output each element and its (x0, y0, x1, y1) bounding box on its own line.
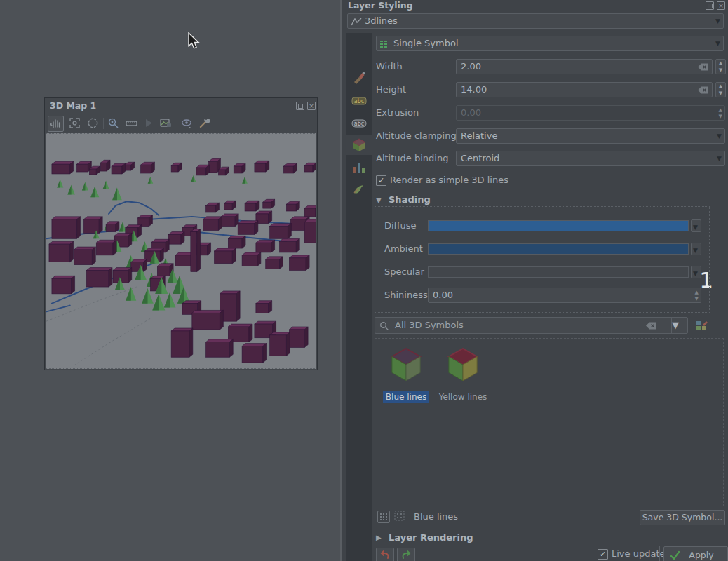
altitude-clamping-value: Relative (461, 130, 497, 141)
tab-labels[interactable]: abc (351, 93, 367, 109)
on-screen-notification-icon[interactable] (86, 116, 102, 132)
toolbar-separator (177, 118, 177, 129)
close-panel-icon[interactable]: × (717, 1, 725, 10)
symbol-search-box[interactable]: All 3D Symbols ▼ (375, 317, 688, 334)
map-window-title: 3D Map 1 (50, 98, 96, 114)
single-symbol-icon (379, 39, 390, 49)
chevron-down-icon: ▼ (693, 269, 698, 278)
panel-title: Layer Styling (348, 0, 413, 13)
simple-3d-lines-checkbox[interactable]: ✓ (376, 175, 386, 186)
extrusion-spinner[interactable]: ▲▼ (719, 107, 722, 120)
symbol-library-grid-icon[interactable] (377, 511, 390, 523)
camera-control-icon[interactable] (48, 116, 64, 132)
width-input[interactable]: 2.00 (456, 59, 713, 74)
float-panel-icon[interactable] (706, 1, 714, 10)
camera-effects-icon[interactable] (180, 116, 196, 132)
collapse-triangle-icon[interactable]: ▼ (376, 196, 382, 204)
shininess-label: Shininess (384, 288, 428, 303)
save-as-image-icon[interactable] (159, 116, 175, 132)
chevron-down-icon: ▼ (715, 39, 720, 48)
measurement-line-icon[interactable] (124, 116, 140, 132)
height-label: Height (376, 82, 406, 97)
altitude-binding-label: Altitude binding (376, 151, 448, 166)
animations-icon[interactable] (141, 116, 157, 132)
styling-tab-strip: abc abc (346, 33, 372, 561)
symbol-search-value: All 3D Symbols (395, 318, 464, 333)
width-value: 2.00 (461, 61, 481, 72)
map-window: 3D Map 1 × (44, 97, 318, 370)
svg-text:abc: abc (354, 121, 364, 127)
apply-button-label: Apply (689, 550, 713, 560)
layer-selector[interactable]: 3dlines ▼ (347, 13, 724, 29)
3d-cube-symbol-icon (390, 346, 422, 383)
undo-button[interactable] (376, 548, 394, 561)
toolbar-separator (103, 118, 104, 129)
symbol-item-blue-lines[interactable]: Blue lines (382, 345, 431, 405)
renderer-combo[interactable]: Single Symbol ▼ (376, 36, 724, 51)
float-window-icon[interactable] (296, 102, 304, 110)
renderer-combo-value: Single Symbol (393, 36, 459, 50)
zoom-full-icon[interactable] (67, 116, 83, 132)
current-symbol-name: Blue lines (414, 509, 458, 525)
ambient-color-menu-button[interactable]: ▼ (691, 243, 701, 255)
altitude-clamping-combo[interactable]: Relative ▼ (456, 128, 725, 144)
layer-rendering-section-title[interactable]: Layer Rendering (389, 530, 473, 546)
simple-3d-lines-label: Render as simple 3D lines (390, 173, 508, 188)
layer-styling-panel: Layer Styling × 3dlines ▼ abc abc (342, 0, 728, 561)
chevron-down-icon: ▼ (672, 320, 679, 330)
layer-selector-value: 3dlines (365, 14, 398, 28)
height-input[interactable]: 14.00 (456, 82, 713, 97)
specular-color-menu-button[interactable]: ▼ (691, 266, 701, 278)
tab-history[interactable] (351, 182, 367, 197)
tab-symbology[interactable] (351, 69, 367, 85)
extrusion-placeholder: 0.00 (461, 107, 481, 118)
shininess-spinner[interactable]: ▲▼ (695, 290, 699, 302)
height-spinner[interactable]: ▲▼ (715, 82, 726, 97)
shininess-input[interactable]: 0.00 ▲▼ (428, 288, 701, 303)
apply-check-icon (670, 550, 680, 560)
redo-button[interactable] (397, 548, 415, 561)
tab-diagrams[interactable] (351, 161, 367, 176)
shading-section-title[interactable]: Shading (389, 192, 431, 208)
ambient-color-swatch[interactable] (428, 243, 689, 255)
svg-text:abc: abc (354, 98, 364, 104)
dock-splitter[interactable] (340, 0, 342, 561)
configure-icon[interactable] (197, 116, 213, 132)
chevron-down-icon: ▼ (693, 223, 698, 231)
search-dropdown-section[interactable]: ▼ (671, 318, 687, 333)
search-icon (379, 321, 389, 331)
project-symbols-grid-icon[interactable] (394, 511, 407, 523)
clear-value-icon[interactable] (698, 86, 708, 94)
width-spinner[interactable]: ▲▼ (715, 59, 726, 74)
clear-value-icon[interactable] (698, 63, 708, 71)
clear-search-icon[interactable] (646, 322, 656, 330)
diffuse-color-menu-button[interactable]: ▼ (691, 219, 701, 232)
mouse-cursor (188, 32, 201, 51)
extrusion-label: Extrusion (376, 105, 419, 121)
identify-icon[interactable] (106, 116, 122, 132)
bottom-separator (659, 546, 660, 561)
live-update-checkbox[interactable]: ✓ (598, 549, 608, 560)
diffuse-label: Diffuse (384, 218, 417, 234)
specular-color-swatch[interactable] (428, 266, 689, 278)
height-value: 14.00 (461, 84, 487, 95)
tab-3d-view[interactable] (351, 137, 367, 153)
style-manager-icon[interactable] (695, 319, 709, 333)
chevron-down-icon: ▼ (715, 17, 720, 25)
diffuse-color-swatch[interactable] (428, 220, 689, 231)
map-window-titlebar[interactable]: 3D Map 1 × (45, 98, 317, 114)
map-3d-canvas[interactable] (46, 133, 316, 369)
extrusion-input[interactable]: 0.00 ▲▼ (456, 105, 725, 121)
ambient-label: Ambient (384, 241, 423, 257)
altitude-binding-combo[interactable]: Centroid ▼ (456, 151, 725, 166)
3d-cube-symbol-icon (447, 346, 479, 383)
close-window-icon[interactable]: × (307, 102, 316, 110)
tab-masks[interactable]: abc (351, 116, 367, 131)
symbol-item-yellow-lines[interactable]: Yellow lines (435, 345, 491, 405)
symbol-item-label: Yellow lines (435, 391, 491, 403)
map-toolbar (45, 114, 317, 133)
expand-triangle-icon[interactable]: ▶ (376, 534, 382, 541)
apply-button[interactable]: Apply (663, 546, 728, 561)
scene-3d-buildings (46, 134, 316, 367)
save-3d-symbol-button[interactable]: Save 3D Symbol... (640, 510, 725, 525)
